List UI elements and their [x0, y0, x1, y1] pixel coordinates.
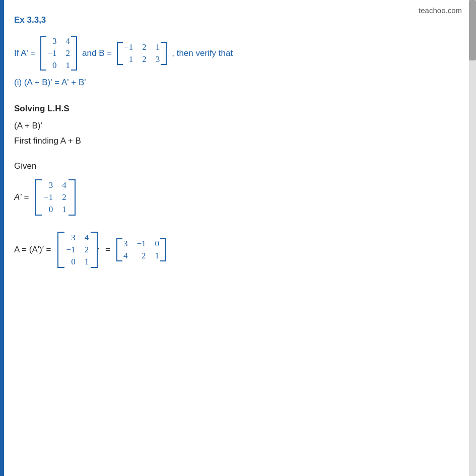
bottom-matrix-cells: 34 −12 01 — [65, 231, 90, 269]
given-label: Given — [14, 161, 462, 171]
bottom-bracket-left — [57, 232, 64, 268]
problem-prefix: If A' = — [14, 48, 35, 58]
bracket-left-b — [117, 42, 123, 65]
a-prime-label: A' = — [14, 192, 29, 202]
logo-text: teachoo.com — [419, 6, 462, 15]
scrollbar-thumb[interactable] — [469, 0, 476, 60]
sub-part-i: (i) (A + B)' = A' + B' — [14, 78, 462, 88]
problem-suffix: , then verify that — [172, 48, 233, 58]
bottom-bracket-right — [91, 232, 98, 268]
prime-symbol: ′ — [98, 246, 99, 254]
bottom-equation-row: A = (A')′ = 34 −12 01 ′ = 3−10 421 — [14, 231, 462, 269]
given-a-prime-row: A' = 34 −12 01 — [14, 178, 462, 217]
result-matrix-cells: 3−10 421 — [122, 237, 160, 263]
bracket-right-a — [71, 36, 77, 71]
left-accent-bar — [0, 0, 4, 476]
bracket-left-a — [40, 36, 46, 71]
matrix-a-prime-inline: 34 −12 01 — [40, 34, 77, 73]
matrix-a-prime-cells: 34 −12 01 — [46, 34, 71, 73]
scrollbar-track[interactable] — [469, 0, 476, 476]
big-bracket-left-1 — [35, 179, 42, 216]
problem-statement: If A' = 34 −12 01 and B = −121 123 , the… — [14, 34, 462, 73]
matrix-b-inline: −121 123 — [117, 40, 167, 66]
equals-sign: = — [105, 245, 110, 255]
a-eq-label: A = (A')′ = — [14, 245, 51, 255]
given-matrix-a-prime: 34 −12 01 — [35, 178, 76, 217]
bottom-matrix-with-prime: 34 −12 01 ′ — [57, 231, 99, 269]
given-matrix-a-prime-cells: 34 −12 01 — [43, 178, 67, 217]
matrix-b-cells: −121 123 — [123, 40, 161, 66]
result-bracket-left — [116, 238, 122, 261]
main-content: Ex 3.3,3 If A' = 34 −12 01 and B = −121 … — [14, 15, 462, 269]
result-matrix: 3−10 421 — [116, 237, 166, 263]
lhs-expression: (A + B)' — [14, 121, 462, 131]
solving-heading: Solving L.H.S — [14, 104, 462, 114]
finding-ab: First finding A + B — [14, 136, 462, 146]
teachoo-logo: teachoo.com — [419, 6, 462, 15]
big-bracket-right-1 — [69, 179, 76, 216]
result-bracket-right — [160, 238, 166, 261]
exercise-heading: Ex 3.3,3 — [14, 15, 462, 25]
problem-middle: and B = — [82, 48, 112, 58]
bracket-right-b — [161, 42, 167, 65]
